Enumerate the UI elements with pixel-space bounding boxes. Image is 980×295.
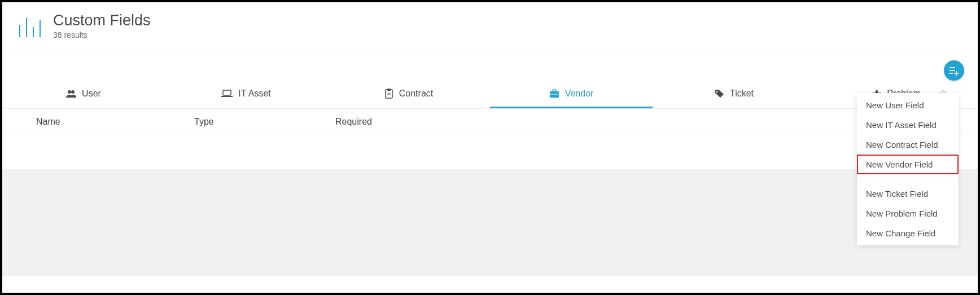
svg-rect-11 (223, 90, 231, 95)
tab-vendor[interactable]: Vendor (490, 82, 653, 108)
svg-point-9 (68, 90, 71, 94)
menu-item-new-change-field[interactable]: New Change Field (857, 223, 959, 243)
footer-area (2, 169, 978, 276)
tag-icon (714, 89, 724, 98)
svg-point-10 (71, 90, 75, 94)
tab-label: Ticket (730, 89, 754, 99)
menu-separator (857, 179, 959, 179)
users-icon (66, 90, 76, 98)
tab-label: IT Asset (238, 89, 271, 99)
tab-contract[interactable]: Contract (327, 82, 490, 108)
menu-item-new-problem-field[interactable]: New Problem Field (857, 204, 959, 223)
svg-rect-14 (387, 89, 391, 91)
svg-rect-12 (221, 96, 233, 97)
add-field-button[interactable] (944, 60, 964, 81)
column-name: Name (36, 117, 194, 127)
tab-label: Contract (399, 89, 433, 99)
table-header: Name Type Required (2, 109, 978, 135)
briefcase-icon (549, 89, 559, 98)
svg-point-20 (716, 91, 718, 93)
page-title: Custom Fields (53, 12, 151, 29)
menu-item-new-vendor-field[interactable]: New Vendor Field (857, 155, 959, 174)
svg-rect-13 (386, 90, 392, 98)
content-area: New User Field New IT Asset Field New Co… (2, 51, 978, 276)
page-header: Custom Fields 38 results (2, 2, 978, 51)
list-plus-icon (948, 65, 960, 76)
add-field-dropdown: New User Field New IT Asset Field New Co… (857, 93, 959, 245)
clipboard-icon (384, 89, 393, 99)
menu-item-new-contract-field[interactable]: New Contract Field (857, 135, 959, 155)
tab-bar: User IT Asset Contract Vendor (2, 51, 978, 109)
column-type: Type (194, 117, 335, 127)
tab-ticket[interactable]: Ticket (653, 82, 815, 108)
tab-label: Vendor (565, 89, 594, 99)
svg-rect-18 (553, 90, 556, 91)
bar-chart-icon (18, 15, 43, 37)
tab-it-asset[interactable]: IT Asset (165, 82, 327, 108)
svg-point-22 (876, 90, 878, 92)
tab-user[interactable]: User (2, 82, 165, 108)
menu-item-new-user-field[interactable]: New User Field (857, 95, 959, 115)
column-required: Required (335, 117, 944, 127)
menu-item-new-it-asset-field[interactable]: New IT Asset Field (857, 115, 959, 135)
menu-item-new-ticket-field[interactable]: New Ticket Field (857, 184, 959, 204)
tab-label: User (82, 89, 101, 99)
laptop-icon (221, 90, 233, 98)
page-subtitle: 38 results (53, 30, 151, 39)
table-body-empty (2, 135, 978, 169)
